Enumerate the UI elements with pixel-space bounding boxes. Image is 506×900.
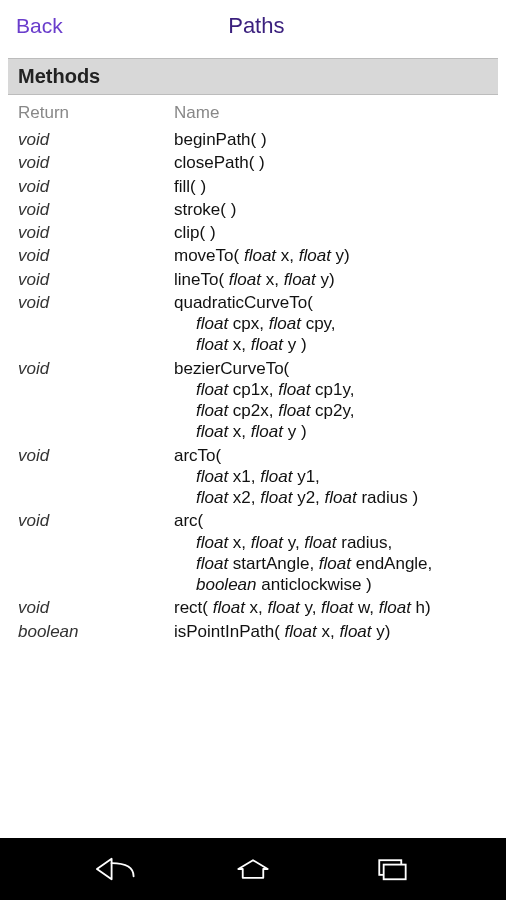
table-row: voidfill( ) (14, 176, 492, 197)
return-type: void (14, 510, 174, 531)
nav-recent-button[interactable] (369, 854, 413, 884)
return-type: void (14, 129, 174, 150)
nav-back-button[interactable] (94, 854, 138, 884)
android-navbar (0, 838, 506, 900)
method-signature: clip( ) (174, 222, 492, 243)
method-signature: lineTo( float x, float y) (174, 269, 492, 290)
table-row: voidrect( float x, float y, float w, flo… (14, 597, 492, 618)
col-name: Name (174, 103, 492, 123)
content: Methods Return Name voidbeginPath( )void… (0, 52, 506, 652)
return-type: void (14, 269, 174, 290)
recent-apps-icon (369, 854, 413, 884)
method-signature: isPointInPath( float x, float y) (174, 621, 492, 642)
col-return: Return (14, 103, 174, 123)
method-signature: quadraticCurveTo(float cpx, float cpy,fl… (174, 292, 492, 356)
method-signature: arcTo(float x1, float y1,float x2, float… (174, 445, 492, 509)
return-type: void (14, 152, 174, 173)
home-icon (231, 854, 275, 884)
nav-home-button[interactable] (231, 854, 275, 884)
return-type: boolean (14, 621, 174, 642)
table-row: voidclosePath( ) (14, 152, 492, 173)
table-row: voidarcTo(float x1, float y1,float x2, f… (14, 445, 492, 509)
method-signature: arc(float x, float y, float radius,float… (174, 510, 492, 595)
table-row: voidclip( ) (14, 222, 492, 243)
column-headers: Return Name (14, 103, 492, 123)
top-bar: Back Paths (0, 0, 506, 52)
page-title: Paths (228, 13, 284, 38)
table-row: voidbezierCurveTo(float cp1x, float cp1y… (14, 358, 492, 443)
table-row: voidbeginPath( ) (14, 129, 492, 150)
table-row: voidstroke( ) (14, 199, 492, 220)
method-signature: beginPath( ) (174, 129, 492, 150)
page-title-wrap: Paths (23, 13, 490, 39)
section-header: Methods (8, 58, 498, 95)
return-type: void (14, 292, 174, 313)
method-signature: fill( ) (174, 176, 492, 197)
method-signature: moveTo( float x, float y) (174, 245, 492, 266)
method-signature: closePath( ) (174, 152, 492, 173)
return-type: void (14, 445, 174, 466)
return-type: void (14, 222, 174, 243)
return-type: void (14, 199, 174, 220)
return-type: void (14, 597, 174, 618)
table-row: booleanisPointInPath( float x, float y) (14, 621, 492, 642)
return-type: void (14, 358, 174, 379)
table-row: voidlineTo( float x, float y) (14, 269, 492, 290)
table-row: voidarc(float x, float y, float radius,f… (14, 510, 492, 595)
svg-rect-1 (383, 865, 405, 880)
return-type: void (14, 245, 174, 266)
back-icon (94, 854, 138, 884)
method-signature: rect( float x, float y, float w, float h… (174, 597, 492, 618)
table-row: voidquadraticCurveTo(float cpx, float cp… (14, 292, 492, 356)
table-row: voidmoveTo( float x, float y) (14, 245, 492, 266)
return-type: void (14, 176, 174, 197)
method-signature: stroke( ) (174, 199, 492, 220)
methods-table: Return Name voidbeginPath( )voidclosePat… (8, 95, 498, 652)
method-signature: bezierCurveTo(float cp1x, float cp1y,flo… (174, 358, 492, 443)
